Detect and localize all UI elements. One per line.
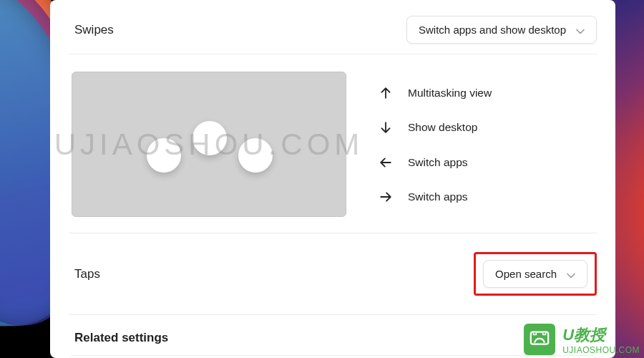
swipes-dropdown[interactable]: Switch apps and show desktop <box>406 16 597 44</box>
gesture-right: Switch apps <box>379 190 492 203</box>
row-swipes: Swipes Switch apps and show desktop <box>69 0 597 54</box>
gesture-label: Multitasking view <box>408 87 492 100</box>
arrow-down-icon <box>379 121 392 134</box>
finger-dot-icon <box>192 121 227 155</box>
gesture-down: Show desktop <box>379 121 492 134</box>
finger-dot-icon <box>147 138 181 173</box>
chevron-down-icon <box>567 270 575 279</box>
arrow-up-icon <box>379 87 392 100</box>
arrow-left-icon <box>379 156 392 169</box>
gesture-label: Switch apps <box>408 156 468 169</box>
row-gestures: UJIAOSHOU.COM Multitasking view Show des… <box>69 54 597 233</box>
finger-dot-icon <box>238 138 273 173</box>
gesture-up: Multitasking view <box>379 87 492 100</box>
settings-panel: Swipes Switch apps and show desktop UJIA… <box>50 0 615 358</box>
chevron-down-icon <box>576 26 585 34</box>
gesture-list: Multitasking view Show desktop Switch ap… <box>379 72 492 217</box>
taps-highlight: Open search <box>474 252 597 296</box>
taps-dropdown[interactable]: Open search <box>483 260 587 288</box>
arrow-right-icon <box>379 190 392 203</box>
swipes-label: Swipes <box>69 23 176 37</box>
row-taps: Taps Open search <box>69 233 597 315</box>
touchpad-illustration: UJIAOSHOU.COM <box>72 72 346 217</box>
taps-dropdown-value: Open search <box>495 268 557 280</box>
swipes-dropdown-value: Switch apps and show desktop <box>419 24 566 36</box>
related-settings-heading: Related settings <box>69 315 597 351</box>
related-settings-item[interactable] <box>69 355 597 358</box>
gesture-label: Show desktop <box>408 121 477 134</box>
gesture-left: Switch apps <box>379 156 492 169</box>
taps-label: Taps <box>69 267 176 281</box>
gesture-label: Switch apps <box>408 190 468 203</box>
